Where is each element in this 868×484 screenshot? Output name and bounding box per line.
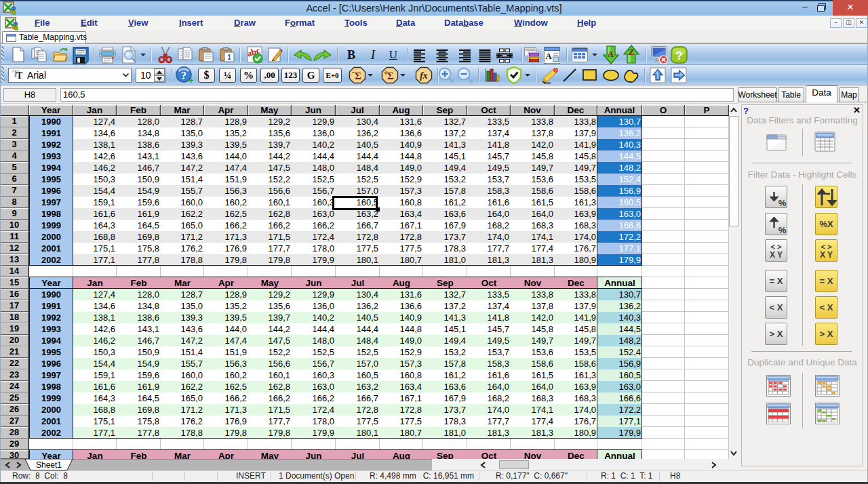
svg-text:fx: fx <box>420 70 428 81</box>
svg-text:-: - <box>352 68 355 77</box>
svg-text:+: + <box>384 68 388 77</box>
svg-text:+: + <box>189 75 193 84</box>
svg-text:Z: Z <box>629 47 635 57</box>
svg-text:?: ? <box>181 70 186 81</box>
svg-text:A: A <box>608 49 614 59</box>
svg-text:1: 1 <box>227 54 231 61</box>
svg-text:Σ: Σ <box>355 70 361 81</box>
svg-text:Σ: Σ <box>387 70 394 81</box>
svg-text:?: ? <box>675 49 682 62</box>
svg-text:A: A <box>545 51 552 61</box>
